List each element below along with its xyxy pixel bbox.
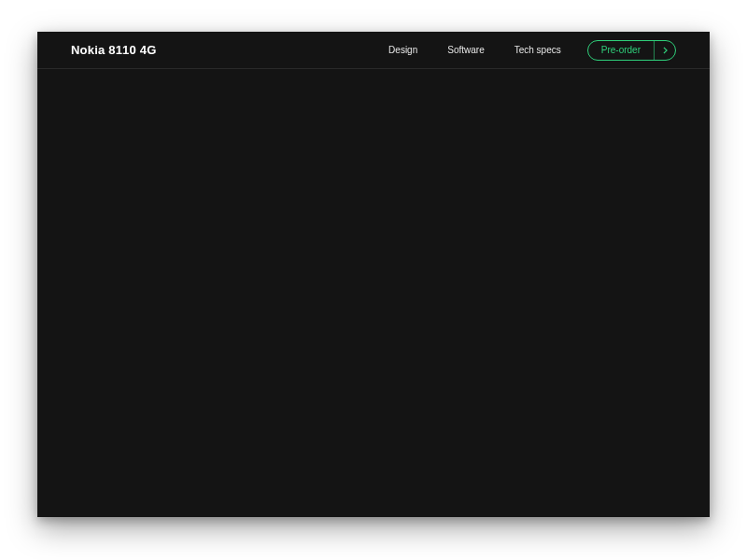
- chevron-right-icon: [655, 47, 675, 54]
- nav-link-design[interactable]: Design: [388, 45, 417, 55]
- preorder-button[interactable]: Pre-order: [587, 40, 676, 61]
- hero-section: [37, 69, 710, 517]
- preorder-label: Pre-order: [588, 45, 654, 55]
- nav-link-tech-specs[interactable]: Tech specs: [514, 45, 561, 55]
- nav-links: Design Software Tech specs: [388, 45, 561, 55]
- nav-link-software[interactable]: Software: [447, 45, 484, 55]
- brand-title: Nokia 8110 4G: [71, 43, 157, 57]
- preorder-divider: [654, 41, 655, 60]
- page-container: Nokia 8110 4G Design Software Tech specs…: [37, 32, 710, 517]
- navbar: Nokia 8110 4G Design Software Tech specs…: [37, 32, 710, 69]
